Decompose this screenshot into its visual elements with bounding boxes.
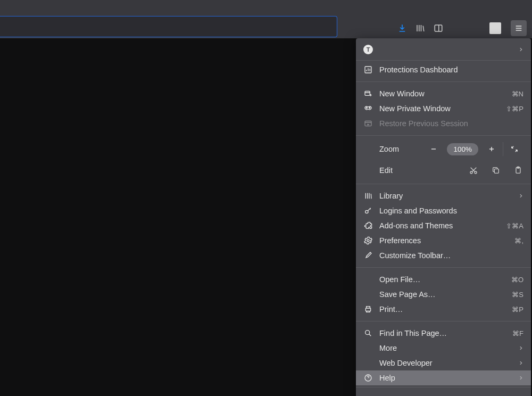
sidebar-toggle-icon[interactable] (433, 23, 444, 34)
print-label: Print… (379, 305, 512, 314)
svg-rect-2 (365, 91, 370, 95)
zoom-value[interactable]: 100% (447, 143, 478, 155)
library-menu-icon (363, 191, 373, 201)
window-plus-icon (363, 89, 373, 98)
toolbar-spacer (451, 28, 482, 29)
chevron-right-icon (518, 193, 523, 199)
logins-item[interactable]: Logins and Passwords (356, 203, 531, 218)
downloads-icon[interactable] (397, 23, 408, 34)
menu-divider (356, 321, 531, 321)
customize-label: Customize Toolbar… (379, 251, 523, 260)
svg-point-11 (365, 210, 368, 213)
chevron-right-icon (518, 360, 523, 366)
print-shortcut: ⌘P (512, 306, 523, 314)
account-menu-item[interactable]: T (356, 38, 531, 61)
webdev-label: Web Developer (379, 359, 518, 367)
find-item[interactable]: Find in This Page… ⌘F (356, 326, 531, 341)
customize-item[interactable]: Customize Toolbar… (356, 248, 531, 263)
more-item[interactable]: More (356, 341, 531, 356)
svg-point-12 (367, 240, 369, 242)
open-file-item[interactable]: Open File… ⌘O (356, 272, 531, 287)
svg-rect-13 (365, 308, 370, 311)
menu-divider (356, 135, 531, 136)
menu-divider (356, 81, 531, 82)
save-page-label: Save Page As… (379, 290, 512, 299)
key-icon (363, 206, 373, 216)
addons-label: Add-ons and Themes (379, 221, 506, 230)
help-icon (363, 373, 373, 383)
svg-point-7 (475, 171, 477, 174)
app-menu-button[interactable] (511, 20, 527, 36)
open-file-shortcut: ⌘O (511, 276, 523, 284)
help-item[interactable]: Help (356, 370, 531, 385)
new-private-shortcut: ⇧⌘P (506, 105, 523, 113)
preferences-shortcut: ⌘, (514, 237, 523, 245)
logins-label: Logins and Passwords (379, 207, 523, 215)
browser-toolbar (0, 0, 532, 38)
find-shortcut: ⌘F (512, 329, 523, 337)
zoom-out-button[interactable] (423, 141, 444, 157)
addons-item[interactable]: Add-ons and Themes ⇧⌘A (356, 218, 531, 233)
new-window-shortcut: ⌘N (512, 90, 523, 98)
addons-shortcut: ⇧⌘A (506, 222, 523, 230)
menu-divider (356, 267, 531, 268)
chevron-right-icon (518, 47, 523, 52)
restore-label: Restore Previous Session (379, 119, 523, 128)
new-private-window-item[interactable]: New Private Window ⇧⌘P (356, 101, 531, 116)
library-icon[interactable] (415, 23, 426, 34)
copy-icon[interactable] (492, 166, 500, 175)
save-page-item[interactable]: Save Page As… ⌘S (356, 287, 531, 302)
menu-divider (356, 184, 531, 184)
new-window-item[interactable]: New Window ⌘N (356, 86, 531, 101)
edit-row: Edit (356, 160, 531, 181)
preferences-item[interactable]: Preferences ⌘, (356, 233, 531, 248)
web-developer-item[interactable]: Web Developer (356, 356, 531, 370)
paste-icon[interactable] (514, 166, 522, 175)
zoom-separator (503, 142, 503, 156)
preferences-label: Preferences (379, 236, 514, 245)
open-file-label: Open File… (379, 275, 511, 284)
dashboard-icon (363, 65, 373, 75)
svg-point-3 (366, 108, 367, 109)
find-label: Find in This Page… (379, 329, 512, 337)
fullscreen-button[interactable] (504, 141, 525, 157)
zoom-row: Zoom 100% (356, 138, 531, 160)
svg-point-6 (470, 171, 472, 174)
help-label: Help (379, 374, 518, 382)
edit-label: Edit (379, 166, 393, 175)
library-label: Library (379, 192, 518, 200)
protections-label: Protections Dashboard (379, 65, 523, 74)
url-bar[interactable] (0, 16, 337, 37)
new-private-label: New Private Window (379, 104, 506, 113)
svg-point-4 (369, 108, 370, 109)
printer-icon (363, 304, 373, 314)
menu-footer (356, 387, 531, 396)
more-label: More (379, 344, 518, 352)
zoom-label: Zoom (379, 145, 399, 153)
svg-point-14 (365, 331, 370, 335)
restore-icon (363, 119, 373, 128)
print-item[interactable]: Print… ⌘P (356, 302, 531, 317)
paintbrush-icon (363, 251, 373, 260)
chevron-right-icon (518, 375, 523, 381)
avatar-icon: T (363, 45, 373, 54)
toolbar-right-group (397, 20, 527, 36)
svg-rect-8 (494, 169, 498, 173)
protections-dashboard-item[interactable]: Protections Dashboard (356, 62, 531, 77)
library-item[interactable]: Library (356, 188, 531, 203)
restore-session-item: Restore Previous Session (356, 116, 531, 131)
gear-icon (363, 236, 373, 245)
zoom-in-button[interactable] (481, 141, 502, 157)
puzzle-icon (363, 221, 373, 230)
cut-icon[interactable] (469, 166, 478, 175)
app-menu-panel: T Protections Dashboard New Window ⌘N (356, 38, 531, 396)
new-window-label: New Window (379, 89, 512, 98)
save-page-shortcut: ⌘S (512, 291, 523, 299)
extension-button[interactable] (489, 22, 501, 34)
chevron-right-icon (518, 345, 523, 351)
search-icon (363, 328, 373, 338)
mask-icon (363, 104, 373, 113)
